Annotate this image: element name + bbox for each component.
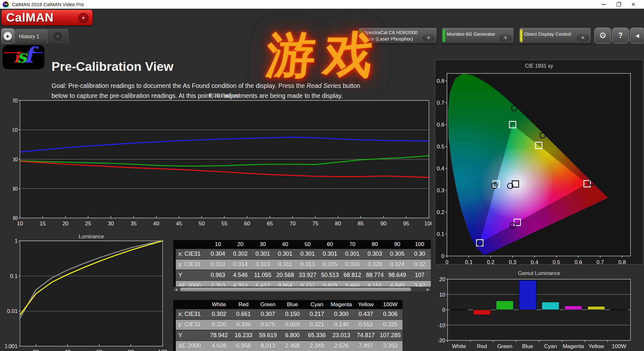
svg-text:30: 30 bbox=[108, 221, 114, 227]
svg-text:10: 10 bbox=[17, 221, 23, 227]
table-cell: 2.626 bbox=[329, 341, 354, 351]
table-cell: 88.774 bbox=[364, 270, 386, 280]
calman-logo-text: CalMAN bbox=[6, 11, 54, 24]
table-horizontal-scrollbar[interactable]: ◀ ▶ bbox=[173, 287, 431, 292]
column-header: 30 bbox=[251, 240, 274, 249]
table-cell: 8.013 bbox=[256, 341, 280, 351]
row-label: y: CIE31 bbox=[175, 319, 207, 330]
table-cell: 0.316 bbox=[341, 259, 364, 270]
column-header: 100W bbox=[378, 300, 402, 309]
table-cell: 0.675 bbox=[256, 319, 280, 330]
table-cell: 0.311 bbox=[274, 259, 297, 270]
svg-text:110: 110 bbox=[13, 127, 18, 133]
table-cell: 0.304 bbox=[207, 249, 229, 259]
source-selector[interactable]: Murideo 6G Generator ▼ bbox=[442, 28, 514, 43]
table-header-row: WhiteRedGreenBlueCyanMagentaYellow100W bbox=[175, 300, 402, 309]
luminance-chart: Luminance10.10.010.00120406080100 bbox=[5, 234, 169, 351]
bar-magenta bbox=[565, 306, 582, 310]
column-header: Yellow bbox=[354, 300, 378, 309]
svg-text:0.8: 0.8 bbox=[618, 259, 626, 265]
svg-text:40: 40 bbox=[64, 349, 71, 351]
table-cell: 2.348 bbox=[305, 341, 329, 351]
svg-text:Yellow: Yellow bbox=[588, 343, 604, 349]
svg-text:35: 35 bbox=[130, 221, 137, 227]
column-header: 100 bbox=[408, 240, 431, 249]
svg-text:0.1: 0.1 bbox=[437, 231, 444, 237]
svg-text:1: 1 bbox=[15, 238, 18, 244]
calman-menu-button[interactable]: CalMAN ▼ bbox=[1, 10, 93, 25]
svg-text:0.3: 0.3 bbox=[437, 187, 444, 194]
table-cell: 0.217 bbox=[305, 309, 329, 319]
svg-text:0.5: 0.5 bbox=[437, 144, 444, 150]
column-header: Red bbox=[231, 300, 256, 309]
svg-text:Green: Green bbox=[497, 343, 512, 349]
svg-text:Blue: Blue bbox=[522, 343, 533, 349]
column-header: 40 bbox=[274, 240, 297, 249]
question-icon: ? bbox=[618, 31, 623, 40]
svg-text:20: 20 bbox=[33, 349, 39, 351]
row-label: Y bbox=[175, 270, 207, 280]
bar-cyan bbox=[542, 302, 559, 310]
svg-text:Gamut Luminance: Gamut Luminance bbox=[518, 270, 560, 276]
svg-text:100: 100 bbox=[13, 157, 18, 163]
scroll-right-icon[interactable]: ▶ bbox=[425, 287, 431, 292]
table-cell: 0.300 bbox=[329, 309, 354, 319]
add-tab-button[interactable]: + bbox=[47, 29, 68, 44]
bar-red bbox=[473, 310, 491, 315]
tab-label: History 1 bbox=[19, 34, 39, 40]
svg-text:-20: -20 bbox=[437, 337, 445, 344]
bar-green bbox=[496, 301, 514, 310]
plus-icon: + bbox=[52, 32, 63, 42]
table-cell: 3.392 bbox=[378, 341, 402, 351]
window-titlebar: CM CalMAN 2018 CalMAN Video Pro ✕ bbox=[0, 0, 644, 9]
table-row: ΔE 20004.6286.0588.0132.4682.3482.6267.4… bbox=[175, 341, 402, 351]
isf-letter-f: f bbox=[24, 43, 33, 68]
table-cell: 16.233 bbox=[231, 330, 256, 341]
table-cell: 6.058 bbox=[231, 341, 256, 351]
tab-scroll-left-button[interactable]: ▶ bbox=[1, 28, 14, 43]
svg-text:75: 75 bbox=[312, 221, 318, 227]
minimize-button[interactable] bbox=[596, 0, 611, 9]
svg-text:0.5: 0.5 bbox=[553, 259, 560, 265]
table-cell: 0.306 bbox=[378, 309, 402, 319]
svg-text:60: 60 bbox=[96, 349, 102, 351]
table-row: x: CIE310.3040.3020.3010.3010.3010.3010.… bbox=[175, 249, 431, 259]
svg-text:45: 45 bbox=[176, 221, 182, 227]
app-icon: CM bbox=[3, 1, 9, 8]
column-header: 80 bbox=[364, 240, 386, 249]
restore-button[interactable] bbox=[611, 0, 626, 9]
table-cell: 2.468 bbox=[280, 341, 305, 351]
svg-text:60: 60 bbox=[244, 221, 250, 227]
column-header: Cyan bbox=[305, 300, 329, 309]
bar-white bbox=[450, 309, 468, 310]
table-cell: 0.30 bbox=[408, 249, 431, 259]
svg-text:0.001: 0.001 bbox=[5, 343, 18, 349]
scrollbar-thumb[interactable] bbox=[180, 288, 411, 291]
svg-text:90: 90 bbox=[13, 186, 18, 192]
svg-text:15: 15 bbox=[40, 221, 46, 227]
tab-history-1[interactable]: History 1 bbox=[14, 29, 47, 44]
column-header: 70 bbox=[341, 240, 364, 249]
scroll-left-icon[interactable]: ◀ bbox=[174, 287, 179, 292]
settings-button[interactable]: ⚙ bbox=[594, 28, 611, 43]
svg-text:80: 80 bbox=[128, 349, 134, 351]
chevron-down-icon: ▼ bbox=[500, 34, 511, 42]
table-cell: 0.313 bbox=[251, 259, 274, 270]
close-button[interactable]: ✕ bbox=[626, 0, 641, 9]
gear-icon: ⚙ bbox=[599, 31, 606, 41]
table-cell: 20.568 bbox=[274, 270, 297, 280]
table-cell: 4.628 bbox=[207, 341, 231, 351]
table-cell: 0.324 bbox=[386, 259, 409, 270]
svg-text:0.01: 0.01 bbox=[7, 308, 18, 314]
collapse-panel-button[interactable]: ◀ bbox=[630, 28, 644, 43]
table-cell: 33.927 bbox=[296, 270, 319, 280]
table-cell: 0.302 bbox=[229, 249, 252, 259]
svg-text:0.4: 0.4 bbox=[437, 166, 444, 172]
display-control-selector[interactable]: Direct Display Control ▼ bbox=[519, 28, 591, 43]
svg-text:Luminance: Luminance bbox=[79, 234, 104, 239]
table-cell: 0.301 bbox=[296, 249, 319, 259]
table-cell: 65.336 bbox=[305, 330, 329, 341]
svg-text:0.7: 0.7 bbox=[437, 100, 444, 106]
help-button[interactable]: ? bbox=[612, 28, 629, 43]
minimize-icon bbox=[602, 4, 606, 5]
